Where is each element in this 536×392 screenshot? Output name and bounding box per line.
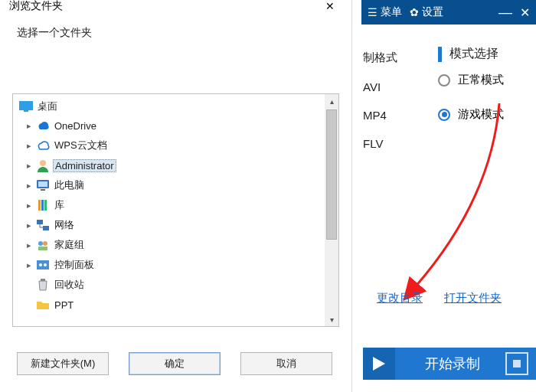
chevron-right-icon[interactable]: ▸: [24, 181, 34, 191]
open-folder-link[interactable]: 打开文件夹: [444, 291, 502, 305]
tree-label: OneDrive: [53, 119, 98, 132]
tree-label: 控制面板: [53, 257, 96, 273]
settings-label: 设置: [422, 5, 443, 19]
svg-rect-17: [41, 279, 45, 281]
radio-label: 正常模式: [458, 73, 504, 87]
tree-item[interactable]: 回收站: [13, 275, 338, 295]
format-option[interactable]: FLV: [363, 126, 397, 150]
svg-rect-1: [24, 110, 28, 112]
chevron-right-icon[interactable]: ▸: [24, 161, 34, 171]
format-column: 制格式 AVI MP4 FLV: [363, 51, 397, 150]
tree-item[interactable]: ▸ 网络: [13, 215, 338, 235]
svg-rect-8: [44, 200, 47, 211]
chevron-right-icon[interactable]: ▸: [24, 121, 34, 131]
menu-button[interactable]: ☰ 菜单: [368, 5, 402, 19]
network-icon: [36, 218, 50, 232]
scroll-thumb[interactable]: [326, 109, 337, 240]
hamburger-icon: ☰: [368, 6, 377, 18]
tree-label: 网络: [53, 217, 76, 233]
svg-rect-13: [38, 247, 47, 250]
chevron-right-icon[interactable]: ▸: [24, 220, 34, 230]
tree-label: WPS云文档: [53, 138, 109, 153]
svg-rect-14: [37, 260, 49, 270]
tree-label: PPT: [53, 299, 75, 312]
cloud-icon: [36, 119, 50, 132]
dialog-prompt: 选择一个文件夹: [0, 12, 351, 47]
radio-icon: [438, 74, 450, 87]
tree-label: 家庭组: [53, 237, 86, 253]
tree-label: Administrator: [53, 159, 116, 172]
format-option[interactable]: MP4: [363, 98, 397, 122]
close-icon[interactable]: ✕: [318, 0, 342, 15]
user-icon: [36, 158, 50, 172]
cloud-outline-icon: [36, 139, 50, 152]
tree-item[interactable]: ▸ 此电脑: [13, 175, 338, 195]
mode-normal-radio[interactable]: 正常模式: [438, 73, 536, 87]
play-icon[interactable]: [363, 348, 395, 380]
menu-label: 菜单: [381, 5, 402, 19]
svg-point-2: [40, 160, 46, 166]
tree-item[interactable]: ▸ OneDrive: [13, 116, 338, 136]
desktop-icon: [19, 100, 33, 113]
stop-icon[interactable]: [505, 352, 528, 375]
svg-rect-6: [38, 200, 41, 211]
mode-game-radio[interactable]: 游戏模式: [438, 107, 536, 122]
radio-checked-icon: [438, 109, 450, 121]
chevron-right-icon[interactable]: ▸: [24, 141, 34, 151]
chevron-right-icon[interactable]: ▸: [24, 260, 34, 270]
svg-rect-4: [38, 181, 47, 187]
tree-item[interactable]: ▸ WPS云文档: [13, 136, 338, 155]
scroll-down-icon[interactable]: ▾: [325, 312, 338, 326]
svg-point-15: [39, 263, 42, 266]
ok-button[interactable]: 确定: [129, 352, 221, 375]
chevron-right-icon[interactable]: ▸: [24, 201, 34, 211]
svg-point-16: [44, 263, 47, 266]
svg-point-12: [43, 241, 47, 246]
tree-label: 桌面: [36, 99, 59, 114]
app-titlebar: ☰ 菜单 ✿ 设置 — ✕: [361, 0, 536, 24]
dialog-title: 浏览文件夹: [9, 0, 63, 13]
tree-label: 回收站: [53, 277, 86, 292]
svg-rect-5: [41, 189, 45, 191]
format-heading: 制格式: [363, 51, 397, 65]
record-bar: 开始录制: [363, 348, 536, 380]
close-icon[interactable]: ✕: [520, 5, 530, 20]
homegroup-icon: [36, 238, 50, 252]
svg-rect-0: [19, 101, 33, 110]
accent-bar-icon: [438, 47, 442, 62]
computer-icon: [36, 178, 50, 192]
tree-item-selected[interactable]: ▸ Administrator: [13, 155, 338, 175]
scrollbar[interactable]: ▴ ▾: [325, 94, 338, 326]
svg-rect-9: [37, 220, 43, 224]
svg-rect-10: [43, 226, 49, 230]
tree-item[interactable]: ▸ 控制面板: [13, 255, 338, 275]
format-option[interactable]: AVI: [363, 70, 397, 93]
tree-root-row[interactable]: 桌面: [13, 97, 338, 116]
tree-item[interactable]: ▸ 库: [13, 195, 338, 215]
tree-item[interactable]: ▸ 家庭组: [13, 235, 338, 255]
recorder-panel: ☰ 菜单 ✿ 设置 — ✕ 制格式 AVI MP4 FLV 模式选择 正常模式: [361, 0, 536, 392]
svg-rect-18: [513, 360, 521, 368]
tree-item[interactable]: PPT: [13, 295, 338, 315]
gear-icon: ✿: [410, 6, 419, 18]
svg-point-11: [38, 241, 43, 246]
tree-label: 库: [53, 198, 66, 213]
control-panel-icon: [36, 258, 50, 272]
radio-label: 游戏模式: [458, 107, 504, 122]
folder-icon: [36, 298, 50, 312]
dialog-titlebar: 浏览文件夹 ✕: [0, 0, 351, 12]
new-folder-button[interactable]: 新建文件夹(M): [17, 352, 109, 375]
tree-label: 此电脑: [53, 178, 86, 193]
settings-button[interactable]: ✿ 设置: [410, 5, 443, 19]
record-button-label[interactable]: 开始录制: [395, 354, 505, 373]
library-icon: [36, 198, 50, 212]
change-dir-link[interactable]: 更改目录: [377, 291, 423, 305]
folder-dialog: 浏览文件夹 ✕ 选择一个文件夹 桌面 ▸ OneDrive ▸: [0, 0, 352, 392]
cancel-button[interactable]: 取消: [240, 352, 332, 375]
scroll-up-icon[interactable]: ▴: [325, 94, 338, 108]
folder-tree: 桌面 ▸ OneDrive ▸ WPS云文档 ▸ Administrator: [12, 93, 339, 327]
chevron-right-icon[interactable]: ▸: [24, 240, 34, 250]
svg-rect-7: [41, 200, 44, 211]
minimize-icon[interactable]: —: [498, 5, 512, 21]
mode-heading: 模式选择: [449, 46, 498, 62]
